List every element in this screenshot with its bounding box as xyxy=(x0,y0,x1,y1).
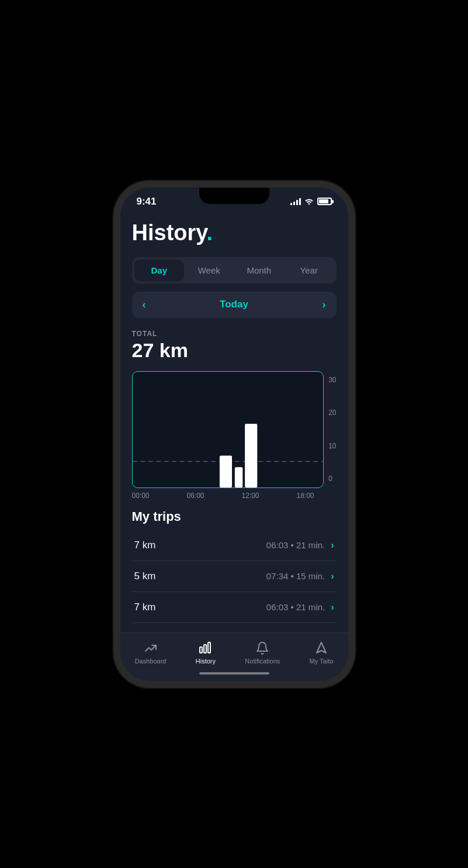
history-icon xyxy=(199,641,213,655)
svg-rect-2 xyxy=(234,467,242,487)
chart-container: 30 20 10 0 00:00 06:00 12:00 18:00 xyxy=(132,371,337,500)
trip-arrow-2: › xyxy=(331,571,334,582)
chart-x-labels: 00:00 06:00 12:00 18:00 xyxy=(132,488,337,500)
x-label-0000: 00:00 xyxy=(132,492,150,500)
x-label-1200: 12:00 xyxy=(241,492,259,500)
trip-time-3: 06:03 • 21 min. xyxy=(266,602,325,612)
svg-rect-5 xyxy=(204,645,206,653)
notifications-icon xyxy=(255,641,269,655)
nav-dashboard-label: Dashboard xyxy=(135,658,167,665)
x-label-0600: 06:00 xyxy=(186,492,204,500)
trip-distance-2: 5 km xyxy=(134,570,156,582)
trip-distance-1: 7 km xyxy=(134,540,156,551)
prev-date-button[interactable]: ‹ xyxy=(143,299,146,311)
tab-day[interactable]: Day xyxy=(134,260,185,281)
chart-area xyxy=(132,371,324,488)
trip-time-2: 07:34 • 15 min. xyxy=(266,571,325,581)
status-icons xyxy=(290,197,332,206)
page-title: History. xyxy=(132,220,337,245)
chart-svg xyxy=(133,372,324,487)
trips-section: My trips 7 km 06:03 • 21 min. › 5 km 07:… xyxy=(132,509,337,632)
total-section: TOTAL 27 km xyxy=(132,330,337,362)
nav-mytaito[interactable]: My Taito xyxy=(303,639,341,667)
nav-history[interactable]: History xyxy=(189,639,223,667)
y-label-20: 20 xyxy=(328,409,336,417)
wifi-icon xyxy=(304,197,314,206)
current-date-label: Today xyxy=(220,299,248,310)
main-content: History. Day Week Month Year ‹ Today › T… xyxy=(120,211,348,632)
y-label-0: 0 xyxy=(328,475,336,483)
trip-item[interactable]: 5 km 07:34 • 15 min. › xyxy=(132,561,337,592)
tab-week[interactable]: Week xyxy=(184,260,234,281)
signal-icon xyxy=(290,198,301,205)
svg-rect-3 xyxy=(245,424,257,487)
trip-item[interactable]: 5 km 07:34 • 15 min. › xyxy=(132,623,337,632)
nav-dashboard[interactable]: Dashboard xyxy=(128,639,174,667)
trips-title: My trips xyxy=(132,509,337,524)
battery-icon xyxy=(317,198,332,205)
trip-right-1: 06:03 • 21 min. › xyxy=(266,540,334,551)
nav-mytaito-label: My Taito xyxy=(310,658,334,665)
next-date-button[interactable]: › xyxy=(323,299,326,311)
total-value: 27 km xyxy=(132,339,337,362)
trip-distance-3: 7 km xyxy=(134,601,156,613)
chart-y-axis: 30 20 10 0 xyxy=(324,371,336,488)
nav-history-label: History xyxy=(196,658,216,665)
status-time: 9:41 xyxy=(137,196,157,208)
dashboard-icon xyxy=(144,641,158,655)
trip-right-2: 07:34 • 15 min. › xyxy=(266,571,334,582)
chart-wrapper: 30 20 10 0 xyxy=(132,371,337,488)
trip-time-1: 06:03 • 21 min. xyxy=(266,540,325,550)
trip-arrow-3: › xyxy=(331,602,334,613)
mytaito-icon xyxy=(314,641,328,655)
trip-right-3: 06:03 • 21 min. › xyxy=(266,602,334,613)
home-bar xyxy=(199,672,269,675)
tab-month[interactable]: Month xyxy=(234,260,285,281)
nav-notifications[interactable]: Notifications xyxy=(238,639,287,667)
svg-rect-1 xyxy=(219,455,231,487)
bottom-nav: Dashboard History Notifications My Taito xyxy=(120,632,348,669)
total-label: TOTAL xyxy=(132,330,337,338)
tab-selector: Day Week Month Year xyxy=(132,257,337,283)
trip-item[interactable]: 7 km 06:03 • 21 min. › xyxy=(132,530,337,561)
x-label-1800: 18:00 xyxy=(296,492,314,500)
home-indicator xyxy=(120,669,348,681)
svg-rect-6 xyxy=(208,642,210,653)
y-label-30: 30 xyxy=(328,376,336,384)
nav-notifications-label: Notifications xyxy=(245,658,280,665)
notch xyxy=(199,188,269,204)
date-navigator: ‹ Today › xyxy=(132,292,337,318)
phone-frame: 9:41 History. Day W xyxy=(120,188,348,681)
svg-rect-4 xyxy=(200,647,202,653)
trip-item[interactable]: 7 km 06:03 • 21 min. › xyxy=(132,592,337,623)
trip-arrow-1: › xyxy=(331,540,334,551)
tab-year[interactable]: Year xyxy=(284,260,334,281)
y-label-10: 10 xyxy=(328,442,336,450)
